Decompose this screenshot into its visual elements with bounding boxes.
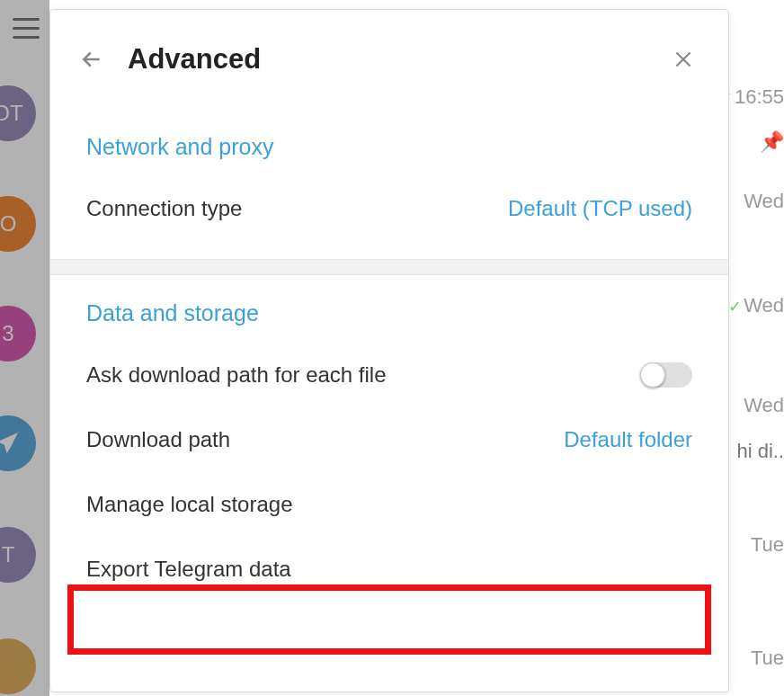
close-button[interactable] — [665, 41, 701, 77]
manage-local-storage-row[interactable]: Manage local storage — [86, 472, 692, 537]
advanced-settings-panel: Advanced Network and proxy Connection ty… — [49, 9, 729, 692]
connection-type-label: Connection type — [86, 196, 242, 221]
ask-download-path-label: Ask download path for each file — [86, 362, 387, 388]
data-storage-section: Data and storage Ask download path for e… — [50, 275, 728, 602]
panel-title: Advanced — [128, 43, 665, 76]
pin-icon: 📌 — [760, 130, 784, 153]
back-button[interactable] — [74, 41, 110, 77]
network-section: Network and proxy Connection type Defaul… — [50, 109, 728, 241]
data-storage-section-title: Data and storage — [86, 275, 692, 343]
download-path-value: Default folder — [564, 427, 692, 452]
ask-download-path-row[interactable]: Ask download path for each file — [86, 343, 692, 407]
network-section-title: Network and proxy — [86, 109, 692, 176]
connection-type-value: Default (TCP used) — [508, 196, 692, 221]
ask-download-path-toggle[interactable] — [640, 362, 692, 388]
manage-local-storage-label: Manage local storage — [86, 492, 292, 517]
connection-type-row[interactable]: Connection type Default (TCP used) — [86, 176, 692, 241]
toggle-knob — [640, 362, 665, 388]
back-arrow-icon — [78, 46, 105, 73]
download-path-row[interactable]: Download path Default folder — [86, 407, 692, 472]
panel-header: Advanced — [50, 10, 728, 109]
download-path-label: Download path — [86, 427, 230, 452]
chat-list-right: ✓✓16:55 📌 Wed ✓✓Wed Wed hi di.. Tue Tue — [730, 0, 784, 696]
close-icon — [672, 48, 695, 71]
section-divider — [50, 259, 728, 275]
export-telegram-data-label: Export Telegram data — [86, 557, 291, 582]
export-telegram-data-row[interactable]: Export Telegram data — [86, 537, 692, 602]
